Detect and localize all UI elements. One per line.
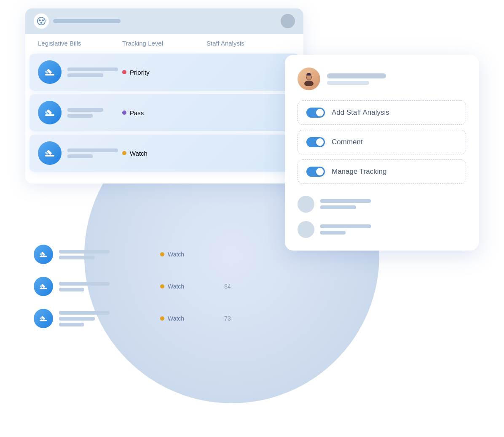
- svg-rect-16: [40, 288, 47, 289]
- toggle-row-manage-tracking[interactable]: Manage Tracking: [298, 159, 466, 184]
- bill-text: [59, 311, 110, 326]
- gavel-icon: [39, 314, 48, 323]
- col-bills: Legislative Bills: [38, 40, 122, 47]
- svg-rect-19: [40, 320, 47, 321]
- svg-point-2: [42, 19, 44, 22]
- titlebar-avatar: [281, 14, 295, 28]
- text-bar-2: [59, 256, 95, 259]
- text-bar-1: [67, 67, 118, 71]
- popup-header: [298, 67, 466, 90]
- tracking-label: Pass: [130, 109, 144, 116]
- tracking-label: Watch: [168, 315, 184, 322]
- gavel-icon: [39, 282, 48, 291]
- tracking-cell-priority: Priority: [122, 69, 206, 76]
- watch-dot: [122, 151, 126, 155]
- text-bar-1: [67, 108, 103, 112]
- gavel-icon: [44, 66, 56, 78]
- mini-avatar-1: [298, 196, 314, 213]
- bill-cell: [38, 60, 122, 84]
- toggle-row-comment[interactable]: Comment: [298, 130, 466, 154]
- bill-icon: [34, 309, 53, 328]
- bill-text: [67, 67, 118, 77]
- watch-dot: [160, 252, 164, 256]
- mini-user-bars-2: [320, 224, 371, 235]
- watch-dot: [160, 316, 164, 321]
- bill-icon: [34, 277, 53, 296]
- gavel-icon: [44, 147, 56, 159]
- bg-table-row: Watch 84: [25, 272, 303, 300]
- tracking-label: Watch: [130, 150, 147, 157]
- toggle-label-add-staff: Add Staff Analysis: [332, 108, 389, 117]
- tracking-label: Priority: [130, 69, 150, 76]
- tracking-label: Watch: [168, 283, 184, 290]
- text-bar-2: [67, 73, 103, 77]
- svg-point-1: [39, 19, 41, 22]
- user-sub-bar: [327, 81, 369, 85]
- user-sub-bar: [320, 231, 346, 235]
- svg-rect-7: [45, 114, 54, 116]
- pass-dot: [122, 111, 126, 115]
- bill-text: [59, 282, 110, 291]
- toggle-switch-add-staff[interactable]: [306, 108, 325, 118]
- logo-icon: [37, 16, 46, 26]
- svg-point-23: [304, 81, 314, 86]
- user-name-bar: [320, 224, 371, 228]
- text-bar-2: [67, 154, 93, 158]
- person-icon: [302, 72, 316, 86]
- gavel-icon: [39, 250, 48, 259]
- tracking-label: Watch: [168, 251, 184, 258]
- mini-user-bars-1: [320, 199, 371, 209]
- bg-tracking: Watch: [160, 315, 211, 322]
- app-logo: [34, 13, 49, 29]
- bill-cell: [38, 101, 122, 124]
- col-tracking: Tracking Level: [122, 40, 206, 47]
- text-bar-1: [59, 311, 110, 315]
- toggle-row-add-staff[interactable]: Add Staff Analysis: [298, 100, 466, 125]
- user-name-bar: [320, 199, 371, 203]
- table-row: Pass: [29, 94, 299, 131]
- staff-num: 73: [211, 315, 244, 322]
- user-name-bar: [327, 73, 386, 78]
- toggle-switch-manage-tracking[interactable]: [306, 167, 325, 177]
- priority-dot: [122, 70, 126, 74]
- svg-rect-26: [307, 73, 311, 75]
- toggle-label-comment: Comment: [332, 138, 363, 146]
- text-bar-3: [59, 323, 84, 326]
- bill-text: [59, 250, 110, 259]
- bill-text: [67, 148, 118, 158]
- bg-tracking: Watch: [160, 283, 211, 290]
- tracking-cell-pass: Pass: [122, 109, 206, 116]
- toggle-options: Add Staff Analysis Comment Manage Tracki…: [298, 100, 466, 184]
- bill-icon: [38, 60, 62, 84]
- popup-user-rows: [298, 196, 466, 238]
- tracking-cell-watch: Watch: [122, 150, 206, 157]
- table-row: Watch: [29, 135, 299, 172]
- svg-rect-13: [40, 256, 47, 257]
- background-list: Watch Watch 84: [25, 240, 303, 337]
- watch-dot: [160, 284, 164, 289]
- user-sub-bar: [320, 205, 356, 209]
- text-bar-2: [59, 288, 84, 291]
- bg-table-row: Watch 73: [25, 305, 303, 332]
- user-avatar: [298, 67, 320, 90]
- table-row: Priority: [29, 54, 299, 91]
- staff-num: 84: [211, 283, 244, 290]
- svg-rect-10: [45, 155, 54, 156]
- bg-tracking: Watch: [160, 251, 211, 258]
- popup-user-row-2: [298, 221, 466, 238]
- bg-bill-cell: [34, 245, 160, 264]
- user-info: [327, 73, 386, 85]
- titlebar-bar: [53, 19, 121, 23]
- text-bar-1: [59, 250, 110, 254]
- text-bar-1: [67, 148, 118, 152]
- col-staff: Staff Analysis: [206, 40, 291, 47]
- bill-icon: [38, 141, 62, 165]
- gavel-icon: [44, 107, 56, 119]
- popup-user-row-1: [298, 196, 466, 213]
- text-bar-2: [59, 317, 95, 321]
- popup-card: Add Staff Analysis Comment Manage Tracki…: [285, 55, 479, 251]
- svg-rect-4: [45, 74, 54, 76]
- app-window: Legislative Bills Tracking Level Staff A…: [25, 8, 303, 183]
- toggle-switch-comment[interactable]: [306, 137, 325, 147]
- bg-bill-cell: [34, 309, 160, 328]
